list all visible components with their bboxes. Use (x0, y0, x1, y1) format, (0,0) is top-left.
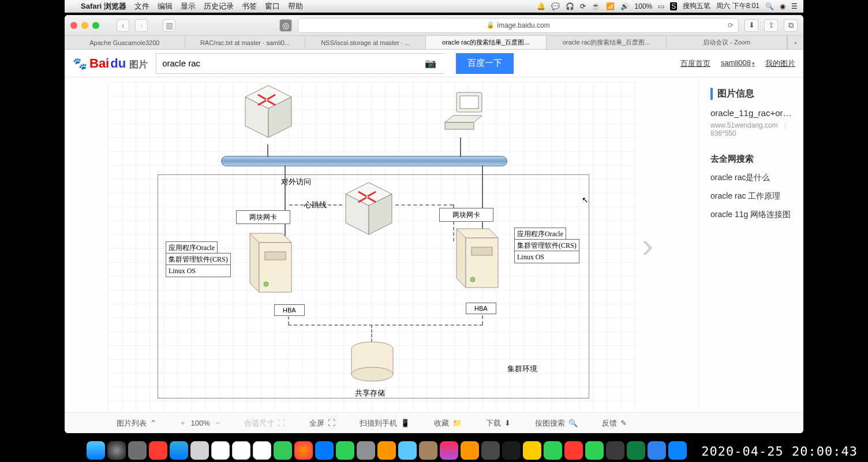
menu-file[interactable]: 文件 (134, 1, 149, 12)
privacy-button[interactable]: ◎ (279, 19, 292, 32)
window-controls[interactable] (70, 22, 99, 29)
dock-youdao-icon[interactable] (564, 441, 583, 460)
siri-icon[interactable]: ◉ (780, 2, 785, 10)
btn-image-list[interactable]: 图片列表 ⌃ (117, 418, 156, 429)
share-button[interactable]: ⇪ (764, 19, 778, 32)
ime-badge[interactable]: S (670, 2, 677, 10)
link-my-images[interactable]: 我的图片 (765, 58, 795, 69)
dock-settings-icon[interactable] (481, 441, 500, 460)
app-name[interactable]: Safari 浏览器 (81, 1, 126, 12)
menu-bookmarks[interactable]: 书签 (242, 1, 257, 12)
dock-safari-icon[interactable] (170, 441, 188, 460)
address-bar[interactable]: 🔒 image.baidu.com ⟳ (298, 18, 739, 33)
tab-5[interactable]: 启动会议 - Zoom (667, 36, 787, 49)
wifi-icon[interactable]: 📶 (606, 2, 615, 10)
minimize-icon[interactable] (81, 22, 88, 29)
btn-download[interactable]: 下载 ⬇ (486, 418, 511, 429)
bell-icon[interactable]: 🔔 (537, 2, 545, 10)
clock[interactable]: 周六 下午8:01 (716, 1, 760, 11)
dock-sublime-icon[interactable] (606, 441, 624, 460)
reload-icon[interactable]: ⟳ (728, 21, 734, 29)
related-link-1[interactable]: oracle rac 工作原理 (710, 191, 792, 202)
dock-reminders-icon[interactable] (232, 441, 250, 460)
tab-0[interactable]: Apache Guacamole3200 (65, 36, 185, 49)
image-viewer[interactable]: 对外访问 心跳线 两块网卡 两块网卡 (108, 77, 638, 412)
spotlight-icon[interactable]: 🔍 (765, 2, 774, 10)
menu-view[interactable]: 显示 (181, 1, 196, 12)
tab-4[interactable]: oracle rac的搜索结果_百度图... (547, 36, 667, 49)
dock-photos-icon[interactable] (294, 441, 313, 460)
ime-label[interactable]: 搜狗五笔 (683, 1, 710, 11)
btn-scan[interactable]: 扫描到手机 📱 (360, 418, 410, 429)
dock-launchpad-icon[interactable] (128, 441, 147, 460)
dock-pages-icon[interactable] (398, 441, 417, 460)
menu-window[interactable]: 窗口 (265, 1, 280, 12)
sidebar-source[interactable]: www.51wendang.com (710, 121, 778, 129)
dock-green-icon[interactable] (585, 441, 604, 460)
btn-feedback[interactable]: 反馈 ✎ (602, 418, 627, 429)
sidebar-button[interactable]: ▥ (163, 19, 175, 32)
sync-icon[interactable]: ⟳ (580, 2, 586, 10)
menu-help[interactable]: 帮助 (288, 1, 303, 12)
dock-zoom-icon[interactable] (648, 441, 666, 460)
menu-history[interactable]: 历史记录 (204, 1, 234, 12)
search-button[interactable]: 百度一下 (456, 53, 514, 74)
btn-favorite[interactable]: 收藏 📁 (434, 418, 462, 429)
tab-1[interactable]: RAC/rac.txt at master · samli0... (185, 36, 306, 49)
dock-calendar-icon[interactable] (211, 441, 230, 460)
dock-music-icon[interactable] (440, 441, 458, 460)
btn-fit[interactable]: 合适尺寸 ⛶ (244, 418, 285, 429)
zoom-control[interactable]: + 100% − (181, 419, 220, 427)
coffee-icon[interactable]: ☕ (592, 2, 600, 10)
camera-icon[interactable]: 📷 (425, 58, 436, 69)
forward-button[interactable]: › (135, 19, 148, 32)
volume-icon[interactable]: 🔊 (620, 2, 629, 10)
wechat-icon[interactable]: 💬 (551, 2, 560, 10)
btn-fullscreen[interactable]: 全屏 ⛶ (309, 418, 335, 429)
downloads-button[interactable]: ⬇ (744, 19, 758, 32)
dock-maps-icon[interactable] (274, 441, 292, 460)
dock-excel-icon[interactable] (627, 441, 645, 460)
dock-contacts-icon[interactable] (419, 441, 437, 460)
dock-finder-icon[interactable] (87, 441, 105, 460)
dock-numbers-icon[interactable] (357, 441, 375, 460)
baidu-logo[interactable]: 🐾 Bai du 图片 (73, 56, 148, 71)
zoom-out-button[interactable]: − (216, 419, 220, 427)
menu-icon[interactable]: ☰ (791, 2, 798, 10)
headphones-icon[interactable]: 🎧 (566, 2, 574, 10)
dock-books-icon[interactable] (461, 441, 479, 460)
link-baidu-home[interactable]: 百度首页 (680, 58, 710, 69)
svg-marker-5 (445, 116, 482, 122)
tab-3[interactable]: oracle rac的搜索结果_百度图... (426, 36, 547, 49)
new-tab-button[interactable]: + (787, 36, 803, 49)
dock-facetime-icon[interactable] (336, 441, 354, 460)
link-user[interactable]: samli008 (721, 58, 755, 69)
link-line (460, 137, 461, 157)
menu-edit[interactable]: 编辑 (158, 1, 173, 12)
back-button[interactable]: ‹ (117, 19, 129, 32)
next-image-button[interactable]: › (642, 225, 653, 265)
dock-wechat-icon[interactable] (544, 441, 562, 460)
dock-siri-icon[interactable] (107, 441, 126, 460)
close-icon[interactable] (70, 22, 77, 29)
dock-keynote-icon[interactable] (377, 441, 396, 460)
related-link-2[interactable]: oracle 11g 网络连接图 (710, 210, 792, 220)
dock-opera-icon[interactable] (149, 441, 167, 460)
zoom-in-button[interactable]: + (181, 419, 185, 427)
dock-notes-icon[interactable] (253, 441, 271, 460)
search-input[interactable] (156, 53, 444, 74)
related-link-0[interactable]: oracle rac是什么 (710, 173, 792, 183)
dock-mail-icon[interactable] (315, 441, 334, 460)
dock-preview-icon[interactable] (190, 441, 209, 460)
image-viewer-content: 对外访问 心跳线 两块网卡 两块网卡 (65, 77, 803, 412)
safari-window: ‹ › ▥ ◎ 🔒 image.baidu.com ⟳ ⬇ ⇪ ⧉ Apache… (65, 15, 803, 433)
tab-2[interactable]: NSS/iscsi.storage at master · ... (305, 36, 426, 49)
maximize-icon[interactable] (92, 22, 99, 29)
tabs-button[interactable]: ⧉ (784, 19, 798, 32)
macos-dock[interactable] (87, 441, 687, 460)
dock-folder-icon[interactable] (668, 441, 687, 460)
dock-terminal-icon[interactable] (502, 441, 521, 460)
dock-qq-icon[interactable] (523, 441, 541, 460)
btn-search-by-image[interactable]: 按图搜索 🔍 (535, 418, 578, 429)
sidebar-image-title[interactable]: oracle_11g_rac+oraclelinux6.... (710, 108, 792, 118)
